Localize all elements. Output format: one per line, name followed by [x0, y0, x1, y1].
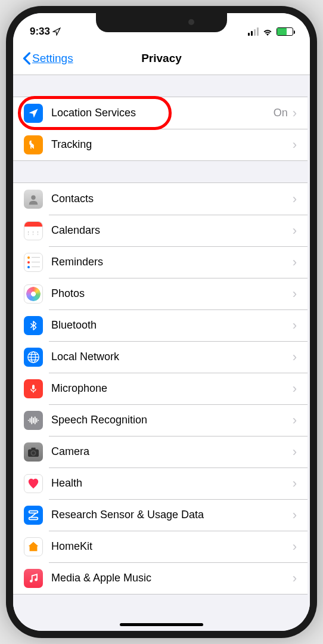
notch	[96, 13, 227, 32]
row-label: Location Services	[51, 107, 274, 119]
row-label: Speech Recognition	[51, 414, 293, 426]
contacts-icon	[24, 190, 43, 209]
row-label: Local Network	[51, 351, 293, 363]
row-label: Bluetooth	[51, 319, 293, 332]
calendars-icon: ⋮⋮⋮	[24, 221, 43, 240]
location-arrow-icon	[52, 27, 61, 36]
phone-frame: 9:33 Settings Privacy Location ServicesO…	[6, 6, 317, 638]
row-reminders[interactable]: Reminders›	[13, 246, 308, 278]
row-camera[interactable]: Camera›	[13, 436, 308, 467]
homekit-icon	[24, 537, 43, 556]
health-icon	[24, 474, 43, 493]
research-icon	[24, 506, 43, 525]
row-calendars[interactable]: ⋮⋮⋮Calendars›	[13, 215, 308, 246]
row-label: Tracking	[51, 138, 293, 151]
nav-title: Privacy	[141, 52, 182, 65]
chevron-right-icon: ›	[293, 318, 297, 333]
content-scroll[interactable]: Location ServicesOn›Tracking›Contacts›⋮⋮…	[13, 75, 310, 631]
row-label: Calendars	[51, 224, 293, 237]
back-label: Settings	[32, 52, 73, 65]
row-music[interactable]: Media & Apple Music›	[13, 562, 308, 594]
row-tracking[interactable]: Tracking›	[13, 129, 308, 160]
svg-rect-6	[32, 385, 35, 389]
chevron-right-icon: ›	[293, 286, 297, 302]
chevron-right-icon: ›	[293, 223, 297, 239]
wifi-icon	[262, 28, 273, 36]
reminders-icon	[24, 253, 43, 272]
row-label: Camera	[51, 445, 293, 458]
music-icon	[24, 569, 43, 588]
row-photos[interactable]: Photos›	[13, 278, 308, 309]
chevron-right-icon: ›	[293, 539, 297, 555]
chevron-right-icon: ›	[293, 476, 297, 491]
tracking-icon	[24, 135, 43, 154]
bluetooth-icon	[24, 316, 43, 335]
svg-point-19	[30, 580, 33, 583]
row-label: Media & Apple Music	[51, 572, 293, 584]
row-network[interactable]: Local Network›	[13, 341, 308, 373]
chevron-right-icon: ›	[293, 191, 297, 207]
row-label: HomeKit	[51, 540, 293, 553]
network-icon	[24, 348, 43, 367]
status-time-area: 9:33	[30, 26, 61, 38]
svg-point-0	[31, 195, 35, 199]
settings-section: Contacts›⋮⋮⋮Calendars›Reminders›Photos›B…	[13, 182, 308, 595]
battery-icon	[277, 27, 293, 36]
svg-point-20	[35, 578, 38, 581]
row-bluetooth[interactable]: Bluetooth›	[13, 309, 308, 341]
chevron-right-icon: ›	[293, 255, 297, 270]
row-contacts[interactable]: Contacts›	[13, 183, 308, 215]
status-time: 9:33	[30, 26, 50, 38]
nav-bar: Settings Privacy	[13, 42, 310, 75]
chevron-right-icon: ›	[293, 571, 297, 586]
chevron-right-icon: ›	[293, 349, 297, 365]
chevron-right-icon: ›	[293, 413, 297, 428]
row-label: Reminders	[51, 256, 293, 268]
chevron-right-icon: ›	[293, 106, 297, 121]
settings-section: Location ServicesOn›Tracking›	[13, 97, 308, 161]
location-icon	[24, 104, 43, 123]
svg-point-17	[32, 451, 35, 454]
signal-icon	[248, 27, 259, 36]
row-label: Health	[51, 477, 293, 490]
row-homekit[interactable]: HomeKit›	[13, 531, 308, 562]
row-label: Photos	[51, 287, 293, 300]
row-microphone[interactable]: Microphone›	[13, 373, 308, 404]
row-research[interactable]: Research Sensor & Usage Data›	[13, 499, 308, 531]
row-label: Microphone	[51, 382, 293, 395]
chevron-right-icon: ›	[293, 137, 297, 153]
row-location[interactable]: Location ServicesOn›	[13, 97, 308, 129]
screen: 9:33 Settings Privacy Location ServicesO…	[13, 13, 310, 631]
photos-icon	[24, 284, 43, 304]
row-health[interactable]: Health›	[13, 467, 308, 499]
home-indicator[interactable]	[120, 623, 203, 626]
row-speech[interactable]: Speech Recognition›	[13, 404, 308, 436]
row-label: Contacts	[51, 193, 293, 205]
row-value: On	[274, 107, 288, 119]
speech-icon	[24, 411, 43, 430]
back-button[interactable]: Settings	[23, 52, 73, 65]
svg-rect-18	[31, 447, 35, 450]
chevron-right-icon: ›	[293, 444, 297, 460]
microphone-icon	[24, 379, 43, 398]
camera-icon	[24, 442, 43, 462]
row-label: Research Sensor & Usage Data	[51, 509, 293, 521]
chevron-right-icon: ›	[293, 507, 297, 523]
status-right	[248, 27, 293, 36]
chevron-left-icon	[23, 52, 31, 65]
chevron-right-icon: ›	[293, 381, 297, 397]
